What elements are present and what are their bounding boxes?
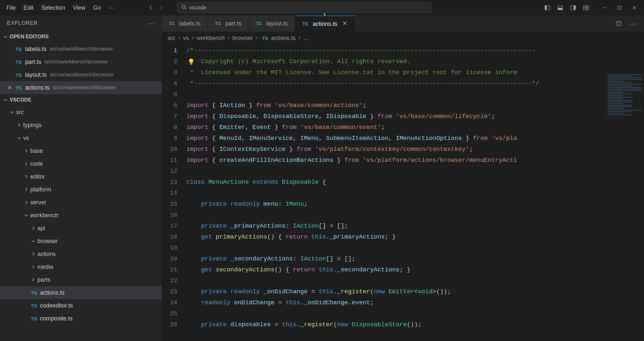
line-number: 14: [162, 188, 177, 199]
code-line[interactable]: * Licensed under the MIT License. See Li…: [186, 67, 644, 78]
code-line[interactable]: [186, 275, 644, 286]
tree-folder[interactable]: actions: [0, 248, 162, 260]
tree-folder[interactable]: api: [0, 222, 162, 235]
breadcrumb-segment[interactable]: vs: [183, 35, 189, 42]
code-line[interactable]: [186, 209, 644, 220]
ts-file-icon: TS: [31, 290, 38, 296]
tree-folder[interactable]: media: [0, 260, 162, 273]
more-actions-icon[interactable]: ···: [629, 19, 638, 28]
code-line[interactable]: import { Emitter, Event } from 'vs/base/…: [186, 122, 644, 133]
breadcrumb[interactable]: srcvsworkbenchbrowserTS actions.ts…: [162, 32, 644, 44]
lightbulb-icon[interactable]: 💡: [188, 57, 195, 68]
code-line[interactable]: import { Disposable, DisposableStore, ID…: [186, 111, 644, 122]
code-line[interactable]: [186, 188, 644, 199]
tree-node-label: api: [37, 225, 45, 232]
code-content[interactable]: /*--------------------------------------…: [186, 44, 644, 341]
window-minimize-icon[interactable]: [600, 3, 609, 12]
code-line[interactable]: * Copyright (c) Microsoft Corporation. A…: [186, 56, 644, 67]
layout-bottom-icon[interactable]: [556, 3, 565, 12]
menu-go[interactable]: Go: [89, 3, 105, 13]
code-editor[interactable]: 1234567891011121314151617181920212223242…: [162, 44, 644, 341]
explorer-more-icon[interactable]: ···: [147, 20, 155, 27]
editor-tab[interactable]: TSlayout.ts: [249, 15, 295, 32]
code-line[interactable]: private _secondaryActions: IAction[] = […: [186, 253, 644, 264]
editor-tab[interactable]: TSpart.ts: [208, 15, 249, 32]
code-line[interactable]: private disposables = this._register(new…: [186, 319, 644, 330]
menu-edit[interactable]: Edit: [20, 3, 37, 13]
tree-folder[interactable]: src: [0, 106, 162, 119]
menu-view[interactable]: View: [69, 3, 89, 13]
editor-tab[interactable]: TSactions.ts: [295, 15, 355, 32]
code-line[interactable]: import { MenuId, IMenuService, IMenu, Su…: [186, 133, 644, 144]
tree-folder[interactable]: vs: [0, 132, 162, 144]
code-line[interactable]: get secondaryActions() { return this._se…: [186, 264, 644, 275]
breadcrumb-segment[interactable]: TS actions.ts: [261, 35, 296, 42]
code-line[interactable]: [186, 308, 644, 319]
chevron-right-icon: [31, 278, 35, 282]
tree-file[interactable]: TScodeeditor.ts: [0, 299, 162, 312]
code-line[interactable]: private readonly menu: IMenu;: [186, 199, 644, 209]
tree-folder[interactable]: browser: [0, 235, 162, 248]
close-icon[interactable]: [6, 85, 13, 90]
code-line[interactable]: [186, 166, 644, 177]
breadcrumb-segment[interactable]: browser: [232, 35, 253, 42]
code-line[interactable]: readonly onDidChange = this._onDidChange…: [186, 297, 644, 308]
window-close-icon[interactable]: [630, 3, 639, 12]
code-line[interactable]: [186, 242, 644, 253]
code-line[interactable]: [186, 89, 644, 100]
code-line[interactable]: private _primaryActions: IAction[] = [];: [186, 220, 644, 231]
open-editor-item[interactable]: TSlabels.tssrc\vs\workbench\browser: [0, 43, 162, 55]
window-maximize-icon[interactable]: [615, 3, 624, 12]
open-editor-item[interactable]: TSpart.tssrc\vs\workbench\browser: [0, 55, 162, 68]
open-editor-path: src\vs\workbench\browser: [44, 59, 108, 65]
tree-folder[interactable]: editor: [0, 170, 162, 183]
tree-folder[interactable]: server: [0, 196, 162, 209]
split-editor-icon[interactable]: [614, 19, 623, 28]
chevron-right-icon: [227, 35, 230, 42]
tree-node-label: codeeditor.ts: [40, 302, 73, 309]
tree-folder[interactable]: code: [0, 157, 162, 170]
svg-rect-10: [586, 8, 589, 10]
breadcrumb-segment[interactable]: …: [303, 35, 309, 42]
menu-more-icon[interactable]: ···: [105, 3, 119, 13]
layout-customize-icon[interactable]: [581, 3, 590, 12]
breadcrumb-segment[interactable]: src: [168, 35, 175, 42]
code-line[interactable]: private readonly _onDidChange = this._re…: [186, 286, 644, 297]
workspace-header[interactable]: VSCODE: [0, 94, 162, 106]
tree-folder[interactable]: workbench: [0, 209, 162, 222]
minimap[interactable]: [605, 73, 644, 164]
open-editor-item[interactable]: TSactions.tssrc\vs\workbench\browser: [0, 81, 162, 94]
code-line[interactable]: import { IContextKeyService } from 'vs/p…: [186, 144, 644, 155]
code-line[interactable]: import { IAction } from 'vs/base/common/…: [186, 100, 644, 111]
layout-left-icon[interactable]: [543, 3, 552, 12]
line-number-gutter: 1234567891011121314151617181920212223242…: [162, 44, 186, 341]
code-line[interactable]: get primaryActions() { return this._prim…: [186, 231, 644, 242]
nav-back-icon[interactable]: [146, 3, 155, 12]
tree-file[interactable]: TScomposite.ts: [0, 312, 162, 325]
code-line[interactable]: *---------------------------------------…: [186, 78, 644, 89]
editor-tab[interactable]: TSlabels.ts: [162, 15, 208, 32]
ts-file-icon: TS: [15, 72, 23, 78]
menu-selection[interactable]: Selection: [37, 3, 69, 13]
code-line[interactable]: class MenuActions extends Disposable {: [186, 177, 644, 188]
command-center[interactable]: vscode: [177, 2, 432, 13]
code-line[interactable]: /*--------------------------------------…: [186, 45, 644, 56]
titlebar: File Edit Selection View Go ··· vscode: [0, 0, 644, 15]
line-number: 15: [162, 199, 177, 209]
nav-forward-icon[interactable]: [157, 3, 166, 12]
chevron-right-icon: [24, 149, 28, 153]
ts-file-icon: TS: [15, 46, 23, 52]
code-line[interactable]: import { createAndFillInActionBarActions…: [186, 155, 644, 166]
menu-file[interactable]: File: [3, 3, 20, 13]
tree-file[interactable]: TSactions.ts: [0, 286, 162, 299]
layout-right-icon[interactable]: [569, 3, 578, 12]
open-editor-item[interactable]: TSlayout.tssrc\vs\workbench\browser: [0, 68, 162, 81]
chevron-right-icon: [31, 252, 35, 256]
open-editors-header[interactable]: OPEN EDITORS: [0, 31, 162, 43]
tree-folder[interactable]: platform: [0, 183, 162, 196]
tree-folder[interactable]: parts: [0, 273, 162, 286]
tree-folder[interactable]: base: [0, 144, 162, 157]
close-icon[interactable]: [342, 21, 347, 27]
tree-folder[interactable]: typings: [0, 119, 162, 132]
breadcrumb-segment[interactable]: workbench: [197, 35, 225, 42]
